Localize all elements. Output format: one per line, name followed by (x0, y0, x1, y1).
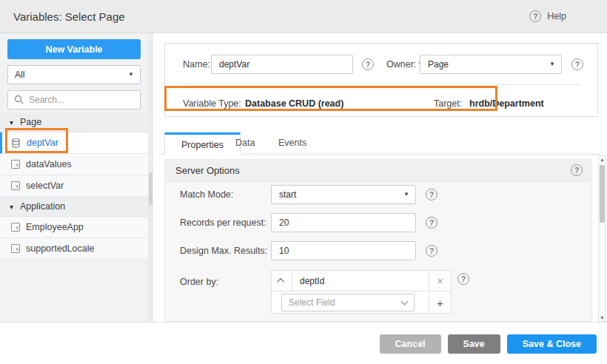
sort-direction-button[interactable] (272, 271, 292, 291)
design-max-help-icon[interactable]: ? (426, 245, 437, 257)
design-max-results-label: Design Max. Results: (180, 246, 267, 256)
tree-expanded-icon: ▾ (10, 118, 13, 127)
match-mode-help-icon[interactable]: ? (426, 189, 437, 200)
tree-group-page[interactable]: ▾ Page (0, 112, 148, 132)
name-help-icon[interactable]: ? (362, 58, 374, 70)
variable-filter-value: All (15, 70, 24, 80)
sidebar-scrollbar-thumb[interactable] (149, 172, 152, 205)
target-label: Target: (434, 98, 462, 109)
server-options-help-icon[interactable]: ? (571, 164, 583, 176)
owner-help-icon[interactable]: ? (571, 58, 583, 70)
model-variable-icon: x (11, 160, 20, 169)
tree-group-label: Page (20, 117, 41, 127)
variables-dialog: Variables: Select Page ? Help New Variab… (0, 0, 607, 364)
panel-scrollbar[interactable]: ▲ ▼ (598, 155, 606, 322)
form-divider (183, 84, 581, 85)
match-mode-value: start (279, 189, 296, 200)
server-options-title: Server Options (175, 165, 240, 176)
caret-down-icon: ▼ (128, 66, 134, 84)
owner-value: Page (428, 59, 449, 70)
tree-item-label: selectVar (26, 181, 64, 191)
select-field-placeholder: Select Field (289, 297, 335, 308)
order-by-widget: × Select Field + (271, 270, 452, 314)
tree-item-label: supportedLocale (26, 243, 94, 254)
search-input[interactable] (29, 91, 138, 109)
records-help-icon[interactable]: ? (426, 217, 437, 229)
tree-item-employeeapp[interactable]: x EmployeeApp (0, 217, 148, 238)
tree-item-label: dataValues (26, 159, 72, 169)
target-value: hrdb/Department (469, 98, 544, 109)
cancel-button[interactable]: Cancel (380, 334, 441, 354)
variable-search (7, 90, 141, 109)
tree-expanded-icon: ▾ (10, 203, 13, 211)
save-button[interactable]: Save (448, 334, 500, 354)
model-variable-icon: x (11, 181, 20, 190)
database-variable-icon (11, 138, 21, 148)
order-by-field-input[interactable] (292, 271, 429, 291)
order-by-select-row: Select Field (272, 291, 429, 314)
order-by-label: Order by: (180, 277, 218, 287)
model-variable-icon: x (11, 244, 20, 253)
tab-events[interactable]: Events (262, 132, 323, 155)
select-field-dropdown[interactable]: Select Field (281, 294, 415, 311)
tree-item-label: deptVar (27, 138, 58, 148)
tree-item-supportedlocale[interactable]: x supportedLocale (0, 238, 148, 260)
owner-label: Owner:* (386, 59, 422, 70)
tree-item-deptvar[interactable]: deptVar (0, 132, 148, 154)
help-button[interactable]: ? Help (529, 10, 566, 22)
add-order-field-button[interactable]: + (429, 291, 451, 314)
save-and-close-button[interactable]: Save & Close (507, 334, 597, 354)
chevron-down-icon (401, 298, 409, 306)
new-variable-button[interactable]: New Variable (7, 39, 141, 59)
variable-type-value: Database CRUD (read) (245, 98, 343, 109)
variable-summary-box: Name:* ? Owner:* Page ▼ ? Variable Type:… (164, 43, 598, 117)
variable-type-label: Variable Type: (183, 98, 241, 109)
variables-sidebar: New Variable All ▼ ▾ Page deptVar x data… (0, 33, 153, 322)
records-per-request-label: Records per request: (180, 218, 266, 228)
caret-down-icon: ▼ (549, 55, 555, 73)
help-icon: ? (529, 10, 541, 22)
caret-down-icon: ▼ (403, 186, 409, 203)
sidebar-scrollbar[interactable] (148, 33, 153, 322)
match-mode-select[interactable]: start ▼ (271, 185, 416, 204)
design-max-results-input[interactable] (271, 241, 416, 260)
order-by-help-icon[interactable]: ? (457, 273, 469, 285)
match-mode-label: Match Mode: (180, 189, 233, 200)
owner-select[interactable]: Page ▼ (420, 55, 562, 74)
chevron-up-icon (277, 278, 284, 286)
server-options-panel: Server Options ? Match Mode: start ▼ ? R… (164, 159, 592, 322)
server-options-header: Server Options ? (165, 160, 591, 181)
dialog-header: Variables: Select Page ? Help (0, 0, 607, 33)
name-input[interactable] (211, 55, 353, 74)
tree-group-application[interactable]: ▾ Application (0, 197, 148, 217)
detail-tabbar: Properties Data Events (158, 132, 601, 155)
help-label: Help (547, 11, 566, 21)
tree-group-label: Application (20, 201, 65, 212)
variable-filter-select[interactable]: All ▼ (7, 65, 141, 84)
name-owner-row: Name:* ? Owner:* Page ▼ ? (165, 55, 597, 74)
model-variable-icon: x (11, 223, 20, 232)
tree-item-datavalues[interactable]: x dataValues (0, 154, 148, 175)
variables-tree: ▾ Page deptVar x dataValues x selectVar … (0, 112, 148, 260)
page-title: Variables: Select Page (13, 0, 125, 33)
variable-detail-panel: Name:* ? Owner:* Page ▼ ? Variable Type:… (154, 33, 607, 322)
type-target-row: Variable Type: Database CRUD (read) Targ… (165, 94, 597, 113)
panel-scrollbar-thumb[interactable] (600, 165, 605, 223)
tree-item-label: EmployeeApp (26, 222, 84, 232)
dialog-footer: Cancel Save Save & Close (0, 322, 607, 364)
scroll-down-icon[interactable]: ▼ (599, 315, 606, 320)
records-per-request-input[interactable] (271, 213, 416, 232)
scroll-up-icon[interactable]: ▲ (599, 157, 606, 162)
remove-order-field-button[interactable]: × (429, 271, 451, 291)
tree-item-selectvar[interactable]: x selectVar (0, 175, 148, 197)
search-icon (14, 95, 24, 104)
